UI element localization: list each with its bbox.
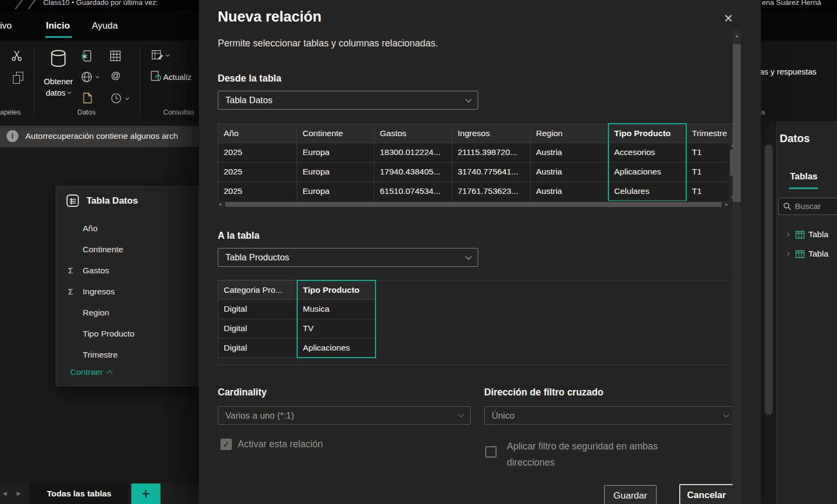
chevron-down-icon — [723, 411, 729, 417]
canvas-scrollbar[interactable] — [765, 145, 773, 415]
cell[interactable]: 17940.438405... — [374, 162, 452, 182]
cell[interactable]: Digital — [218, 338, 297, 358]
save-button[interactable]: Guardar — [604, 485, 657, 504]
tab-inicio[interactable]: Inicio — [46, 21, 70, 31]
refresh-icon[interactable] — [150, 71, 162, 84]
cell[interactable]: 2025 — [218, 162, 297, 182]
table-nav-prev-icon[interactable]: ◂ — [3, 488, 7, 498]
data-pane-item-table-2[interactable]: Tabla — [777, 244, 837, 264]
cell[interactable]: Aplicaciones — [608, 162, 686, 182]
from-table-dropdown[interactable]: Tabla Datos — [218, 91, 478, 110]
table-nav-next-icon[interactable]: ▸ — [17, 488, 21, 498]
security-filter-checkbox[interactable] — [485, 446, 497, 458]
ribbon-group-clipboard-label: apeles — [0, 108, 21, 116]
tab-tablas[interactable]: Tablas — [790, 171, 818, 182]
cell[interactable]: Austria — [531, 162, 608, 182]
cell[interactable]: T1 — [686, 143, 733, 162]
recent-sources-icon[interactable] — [111, 93, 122, 106]
chevron-down-icon — [68, 90, 71, 93]
field-item-region[interactable]: Region — [56, 302, 198, 323]
get-data-button[interactable]: Obtener datos — [39, 48, 77, 108]
dialog-scrollbar[interactable]: ▴ — [733, 30, 741, 504]
transform-data-icon[interactable] — [151, 50, 164, 63]
scroll-left-icon[interactable]: ◂ — [219, 201, 222, 207]
cross-filter-dropdown[interactable]: Único — [484, 406, 736, 425]
cell[interactable]: Europa — [297, 143, 374, 162]
to-table-row: Digital Aplicaciones — [218, 338, 376, 358]
titlebar-user-name: ena Suárez Herná — [762, 0, 837, 6]
cell[interactable]: 2025 — [218, 143, 297, 162]
chevron-down-icon — [458, 411, 464, 417]
dialog-subtitle: Permite seleccionar tablas y columnas re… — [218, 38, 438, 49]
scroll-right-icon[interactable]: ▸ — [725, 201, 728, 207]
to-table-dropdown[interactable]: Tabla Productos — [218, 248, 478, 267]
cell[interactable]: 31740.775641... — [452, 162, 531, 182]
activate-relationship-checkbox[interactable]: ✓ — [220, 439, 232, 450]
field-item-tipo-producto[interactable]: Tipo Producto — [56, 323, 198, 344]
cell[interactable]: Musica — [297, 299, 376, 319]
qa-button-label[interactable]: as y respuestas — [760, 67, 830, 76]
data-pane-item-table-1[interactable]: Tabla — [777, 225, 837, 244]
cell[interactable]: 18300.012224... — [374, 143, 452, 162]
ribbon-divider — [34, 46, 34, 117]
column-header-tipo-producto[interactable]: Tipo Producto — [608, 124, 686, 143]
column-header-ingresos[interactable]: Ingresos — [452, 124, 531, 143]
column-header-categoria[interactable]: Categoria Pro... — [218, 280, 297, 299]
cell[interactable]: Austria — [531, 182, 608, 201]
tab-ayuda[interactable]: Ayuda — [92, 21, 118, 31]
field-item-ingresos[interactable]: ΣIngresos — [56, 281, 198, 302]
cell[interactable]: TV — [297, 319, 376, 338]
cell[interactable]: 61510.074534... — [374, 182, 452, 201]
chevron-right-icon[interactable] — [785, 232, 789, 237]
search-box[interactable]: Buscar — [778, 198, 837, 215]
cell[interactable]: Accesorios — [608, 143, 686, 162]
dataset-grid-icon[interactable] — [110, 50, 121, 64]
cell[interactable]: Celulares — [608, 182, 686, 201]
table-icon — [66, 194, 79, 210]
cell[interactable]: 21115.398720... — [452, 143, 531, 162]
cell[interactable]: Europa — [297, 162, 374, 182]
close-button[interactable]: × — [720, 10, 737, 27]
column-header-region[interactable]: Region — [531, 124, 608, 143]
field-label: Ingresos — [83, 287, 115, 297]
column-header-gastos[interactable]: Gastos — [374, 124, 452, 143]
field-label: Trimestre — [83, 350, 118, 360]
cell[interactable]: Digital — [218, 299, 297, 319]
file-source-icon[interactable] — [83, 92, 92, 106]
cell[interactable]: T1 — [686, 182, 733, 201]
column-header-ano[interactable]: Año — [218, 124, 297, 143]
collapse-fields-link[interactable]: Contraer — [70, 367, 112, 377]
cell[interactable]: T1 — [686, 162, 733, 182]
cell[interactable]: Europa — [297, 182, 374, 201]
from-table-hscrollbar[interactable]: ◂ ▸ — [218, 201, 729, 208]
cardinality-dropdown[interactable]: Varios a uno (*:1) — [218, 406, 471, 425]
dataverse-icon[interactable]: @ — [111, 70, 120, 82]
column-header-trimestre[interactable]: Trimestre — [686, 124, 733, 143]
scrollbar-thumb[interactable] — [733, 44, 741, 202]
refresh-label[interactable]: Actualiz — [163, 72, 199, 82]
excel-workbook-icon[interactable] — [81, 50, 92, 64]
cancel-button[interactable]: Cancelar — [679, 484, 734, 504]
field-item-ano[interactable]: Año — [56, 218, 198, 239]
column-header-continente[interactable]: Continente — [297, 124, 374, 143]
column-header-tipo-producto[interactable]: Tipo Producto — [297, 280, 376, 299]
cell[interactable]: Digital — [218, 319, 297, 338]
field-item-gastos[interactable]: ΣGastos — [56, 260, 198, 281]
collapse-label: Contraer — [70, 367, 103, 377]
cell[interactable]: Austria — [531, 143, 608, 162]
field-item-trimestre[interactable]: Trimestre — [56, 344, 198, 365]
field-item-continente[interactable]: Continente — [56, 239, 198, 260]
add-table-button[interactable]: + — [131, 483, 160, 504]
web-source-icon[interactable] — [81, 71, 92, 85]
bottom-tab-todas-las-tablas[interactable]: Todas las tablas — [30, 483, 129, 504]
menu-file-partial[interactable]: ivo — [0, 21, 12, 31]
cut-icon[interactable] — [11, 50, 23, 64]
scrollbar-thumb[interactable] — [225, 202, 721, 207]
copy-icon[interactable] — [13, 75, 20, 84]
chevron-right-icon[interactable] — [785, 252, 789, 256]
scroll-up-icon[interactable]: ▴ — [733, 33, 741, 38]
cell[interactable]: 71761.753623... — [452, 182, 531, 201]
cell[interactable]: Aplicaciones — [297, 338, 376, 358]
new-relationship-dialog: Nueva relación × Permite seleccionar tab… — [199, 0, 761, 504]
cell[interactable]: 2025 — [218, 182, 297, 201]
